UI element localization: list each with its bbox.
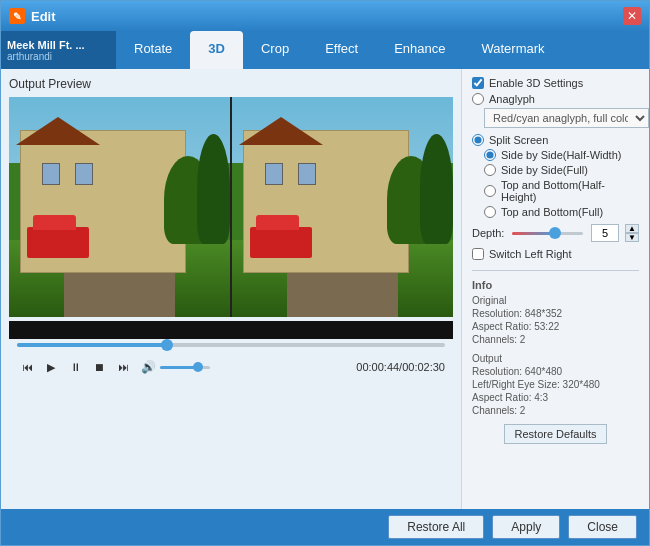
- pause-button[interactable]: ⏸: [65, 357, 85, 377]
- output-eye-size: Left/Right Eye Size: 320*480: [472, 379, 639, 390]
- tab-rotate[interactable]: Rotate: [116, 31, 190, 69]
- depth-slider[interactable]: [512, 232, 583, 235]
- depth-spinner: ▲ ▼: [625, 224, 639, 242]
- controls-bar: ⏮ ▶ ⏸ ⏹ ⏭ 🔊 00:00:44/00:02:30: [9, 353, 453, 381]
- close-button[interactable]: Close: [568, 515, 637, 539]
- skip-forward-button[interactable]: ⏭: [113, 357, 133, 377]
- info-title: Info: [472, 279, 639, 291]
- switch-lr-row: Switch Left Right: [472, 248, 639, 260]
- close-icon[interactable]: ✕: [623, 7, 641, 25]
- top-full-radio[interactable]: [484, 206, 496, 218]
- enable-3d-checkbox[interactable]: [472, 77, 484, 89]
- output-resolution: Resolution: 640*480: [472, 366, 639, 377]
- top-full-label: Top and Bottom(Full): [501, 206, 603, 218]
- main-content: Output Preview: [1, 69, 649, 509]
- anaglyph-radio[interactable]: [472, 93, 484, 105]
- file-info: Meek Mill Ft. ... arthurandi: [1, 31, 116, 69]
- video-left: [9, 97, 230, 317]
- side-half-row: Side by Side(Half-Width): [484, 149, 639, 161]
- depth-decrement-button[interactable]: ▼: [625, 233, 639, 242]
- enable-3d-section: Enable 3D Settings Anaglyph Red/cyan ana…: [472, 77, 639, 260]
- volume-thumb: [193, 362, 203, 372]
- volume-track[interactable]: [160, 366, 210, 369]
- tab-watermark[interactable]: Watermark: [463, 31, 562, 69]
- restore-all-button[interactable]: Restore All: [388, 515, 484, 539]
- depth-increment-button[interactable]: ▲: [625, 224, 639, 233]
- split-screen-label: Split Screen: [489, 134, 548, 146]
- anaglyph-label: Anaglyph: [489, 93, 535, 105]
- bottom-bar: Restore All Apply Close: [1, 509, 649, 545]
- switch-lr-checkbox[interactable]: [472, 248, 484, 260]
- volume-icon: 🔊: [141, 360, 156, 374]
- volume-area: 🔊: [141, 360, 210, 374]
- output-section: Output Resolution: 640*480 Left/Right Ey…: [472, 353, 639, 416]
- seekbar-area: [9, 339, 453, 353]
- side-full-radio[interactable]: [484, 164, 496, 176]
- output-channels: Channels: 2: [472, 405, 639, 416]
- original-aspect: Aspect Ratio: 53:22: [472, 321, 639, 332]
- edit-window: ✎ Edit ✕ Meek Mill Ft. ... arthurandi Ro…: [0, 0, 650, 546]
- switch-lr-label: Switch Left Right: [489, 248, 572, 260]
- apply-button[interactable]: Apply: [492, 515, 560, 539]
- enable-3d-row: Enable 3D Settings: [472, 77, 639, 89]
- file-title: Meek Mill Ft. ...: [7, 39, 110, 51]
- depth-label: Depth:: [472, 227, 504, 239]
- divider-1: [472, 270, 639, 271]
- tabs-bar: Meek Mill Ft. ... arthurandi Rotate 3D C…: [1, 31, 649, 69]
- output-label: Output: [472, 353, 639, 364]
- enable-3d-label: Enable 3D Settings: [489, 77, 583, 89]
- play-button[interactable]: ▶: [41, 357, 61, 377]
- original-channels: Channels: 2: [472, 334, 639, 345]
- skip-back-button[interactable]: ⏮: [17, 357, 37, 377]
- info-section: Info Original Resolution: 848*352 Aspect…: [472, 279, 639, 345]
- side-full-row: Side by Side(Full): [484, 164, 639, 176]
- file-subtitle: arthurandi: [7, 51, 110, 62]
- preview-panel: Output Preview: [1, 69, 461, 509]
- output-aspect: Aspect Ratio: 4:3: [472, 392, 639, 403]
- tab-3d[interactable]: 3D: [190, 31, 243, 69]
- side-full-label: Side by Side(Full): [501, 164, 588, 176]
- seekbar-thumb: [161, 339, 173, 351]
- top-half-radio[interactable]: [484, 185, 496, 197]
- side-half-radio[interactable]: [484, 149, 496, 161]
- tab-crop[interactable]: Crop: [243, 31, 307, 69]
- time-display: 00:00:44/00:02:30: [356, 361, 445, 373]
- side-half-label: Side by Side(Half-Width): [501, 149, 621, 161]
- depth-value: 5: [591, 224, 619, 242]
- split-screen-radio[interactable]: [472, 134, 484, 146]
- tab-effect[interactable]: Effect: [307, 31, 376, 69]
- video-right: [232, 97, 453, 317]
- video-preview: [9, 97, 453, 317]
- depth-row: Depth: 5 ▲ ▼: [472, 224, 639, 242]
- seekbar-track[interactable]: [17, 343, 445, 347]
- original-label: Original: [472, 295, 639, 306]
- anaglyph-row: Anaglyph: [472, 93, 639, 105]
- top-full-row: Top and Bottom(Full): [484, 206, 639, 218]
- titlebar: ✎ Edit ✕: [1, 1, 649, 31]
- tab-list: Rotate 3D Crop Effect Enhance Watermark: [116, 31, 649, 69]
- stop-button[interactable]: ⏹: [89, 357, 109, 377]
- seekbar-fill: [17, 343, 167, 347]
- restore-defaults-button[interactable]: Restore Defaults: [504, 424, 608, 444]
- preview-label: Output Preview: [9, 77, 453, 91]
- depth-thumb: [549, 227, 561, 239]
- split-screen-row: Split Screen: [472, 134, 639, 146]
- black-bar-bottom: [9, 321, 453, 339]
- tab-enhance[interactable]: Enhance: [376, 31, 463, 69]
- right-panel: Enable 3D Settings Anaglyph Red/cyan ana…: [461, 69, 649, 509]
- top-half-row: Top and Bottom(Half-Height): [484, 179, 639, 203]
- original-resolution: Resolution: 848*352: [472, 308, 639, 319]
- window-title: Edit: [31, 9, 623, 24]
- anaglyph-dropdown[interactable]: Red/cyan anaglyph, full color: [484, 108, 649, 128]
- top-half-label: Top and Bottom(Half-Height): [501, 179, 639, 203]
- app-icon: ✎: [9, 8, 25, 24]
